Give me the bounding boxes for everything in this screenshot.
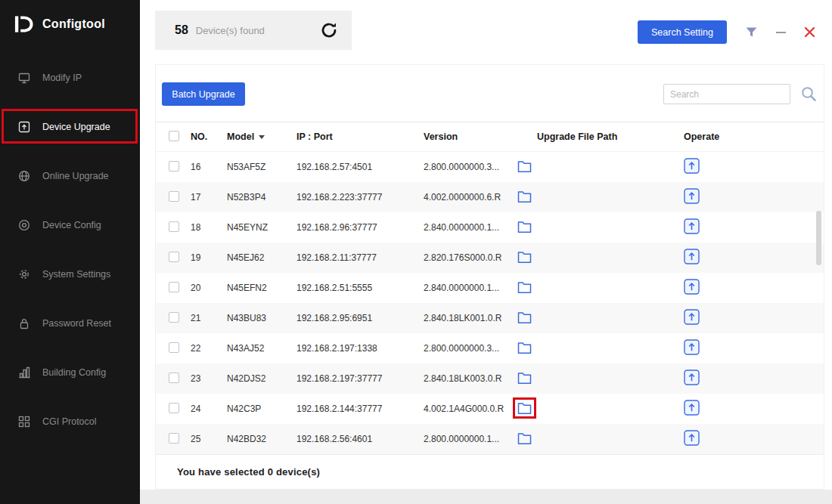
- row-checkbox[interactable]: [169, 342, 179, 353]
- upload-icon: [684, 369, 700, 385]
- row-checkbox[interactable]: [169, 282, 179, 292]
- bottom-strip: [140, 490, 832, 504]
- table-header-row: NO. Model IP : Port Version Upgrade File…: [156, 122, 824, 152]
- sidebar-item-label: Device Config: [42, 220, 101, 230]
- upload-icon: [684, 339, 700, 355]
- search-input[interactable]: [663, 84, 790, 104]
- search-icon: [800, 85, 817, 102]
- table-row: 25 N42BD32 192.168.2.56:4601 2.800.00000…: [156, 424, 824, 454]
- row-checkbox[interactable]: [169, 191, 179, 202]
- sidebar-item-modify-ip[interactable]: Modify IP: [0, 53, 140, 102]
- upgrade-button[interactable]: [684, 309, 700, 325]
- browse-file-button[interactable]: [517, 190, 532, 203]
- device-count-label: Device(s) found: [196, 25, 265, 36]
- upload-icon: [684, 430, 700, 446]
- row-checkbox[interactable]: [169, 403, 179, 413]
- upload-icon: [684, 188, 700, 204]
- sidebar-item-cgi-protocol[interactable]: CGI Protocol: [0, 397, 140, 446]
- upgrade-button[interactable]: [684, 369, 700, 385]
- row-ip-port: 192.168.2.57:4501: [296, 162, 424, 172]
- sidebar-item-label: Online Upgrade: [42, 171, 109, 181]
- row-checkbox[interactable]: [169, 221, 179, 232]
- row-checkbox[interactable]: [169, 161, 179, 172]
- upgrade-button[interactable]: [684, 400, 700, 416]
- row-model: N42C3P: [227, 404, 296, 414]
- row-checkbox[interactable]: [169, 252, 179, 262]
- sidebar-item-building-config[interactable]: Building Config: [0, 348, 140, 397]
- refresh-button[interactable]: [320, 21, 338, 39]
- search-submit-button[interactable]: [800, 85, 817, 102]
- sidebar-item-label: Device Upgrade: [42, 122, 110, 132]
- row-checkbox[interactable]: [169, 433, 179, 444]
- browse-file-button[interactable]: [517, 311, 532, 323]
- upgrade-button[interactable]: [684, 430, 700, 446]
- row-version: 2.840.18LK003.0.R: [424, 373, 513, 384]
- folder-icon: [517, 311, 532, 323]
- sidebar-item-password-reset[interactable]: Password Reset: [0, 298, 140, 348]
- folder-icon: [517, 190, 532, 203]
- browse-file-button[interactable]: [517, 342, 532, 354]
- folder-icon: [517, 281, 532, 293]
- model-sort-dropdown-icon[interactable]: [259, 135, 265, 139]
- upgrade-button[interactable]: [684, 279, 700, 295]
- row-model: N45EJ62: [227, 252, 296, 263]
- table-row: 24 N42C3P 192.168.2.144:37777 4.002.1A4G…: [156, 394, 824, 424]
- sidebar-item-online-upgrade[interactable]: Online Upgrade: [0, 151, 140, 200]
- search-setting-button[interactable]: Search Setting: [638, 20, 727, 44]
- batch-upgrade-button[interactable]: Batch Upgrade: [162, 82, 245, 106]
- target-icon: [18, 219, 30, 231]
- device-count: 58: [175, 23, 188, 37]
- browse-file-button[interactable]: [517, 372, 532, 384]
- sidebar-item-system-settings[interactable]: System Settings: [0, 249, 140, 298]
- sidebar-item-device-config[interactable]: Device Config: [0, 200, 140, 249]
- row-no: 19: [191, 252, 227, 263]
- browse-file-button[interactable]: [517, 402, 532, 414]
- upload-icon: [684, 218, 700, 234]
- upgrade-button[interactable]: [684, 188, 700, 204]
- sidebar: Configtool Modify IP Device Upgrade Onli…: [0, 0, 140, 504]
- device-count-box: 58 Device(s) found: [155, 11, 352, 50]
- row-no: 22: [191, 343, 227, 354]
- row-version: 2.800.0000000.3...: [424, 162, 513, 172]
- upgrade-button[interactable]: [684, 158, 700, 174]
- table-body: 16 N53AF5Z 192.168.2.57:4501 2.800.00000…: [156, 152, 824, 454]
- device-upgrade-icon: [18, 121, 30, 133]
- row-no: 16: [191, 162, 227, 172]
- column-header-operate: Operate: [673, 131, 824, 142]
- folder-icon: [517, 251, 532, 263]
- browse-file-button[interactable]: [517, 251, 532, 263]
- browse-file-button[interactable]: [517, 160, 532, 172]
- upgrade-button[interactable]: [684, 218, 700, 234]
- select-all-checkbox[interactable]: [169, 131, 179, 141]
- selection-summary: You have selected 0 device(s): [156, 454, 824, 489]
- sidebar-item-device-upgrade[interactable]: Device Upgrade: [0, 102, 140, 151]
- upgrade-button[interactable]: [684, 339, 700, 355]
- sidebar-nav: Modify IP Device Upgrade Online Upgrade …: [0, 53, 140, 446]
- filter-button[interactable]: [745, 26, 758, 38]
- brand-logo-icon: [14, 15, 34, 33]
- row-version: 2.840.0000000.1...: [424, 222, 513, 233]
- row-version: 2.840.18LK001.0.R: [424, 313, 513, 323]
- vertical-scrollbar[interactable]: [816, 211, 821, 265]
- row-version: 4.002.1A4G000.0.R: [424, 404, 513, 414]
- gear-icon: [18, 268, 30, 280]
- grid-icon: [18, 416, 30, 428]
- browse-file-button[interactable]: [517, 432, 532, 444]
- column-header-model-label: Model: [227, 131, 254, 142]
- folder-icon: [517, 342, 532, 354]
- row-checkbox[interactable]: [169, 312, 179, 323]
- close-button[interactable]: [804, 26, 815, 38]
- upload-icon: [684, 249, 700, 264]
- sidebar-item-label: CGI Protocol: [42, 416, 97, 427]
- browse-file-button[interactable]: [517, 221, 532, 233]
- upgrade-button[interactable]: [684, 249, 700, 264]
- upload-icon: [684, 279, 700, 295]
- row-model: N42BD32: [227, 434, 296, 444]
- app-logo: Configtool: [0, 0, 140, 44]
- row-no: 17: [191, 192, 227, 203]
- row-ip-port: 192.168.2.197:37777: [296, 373, 424, 384]
- browse-file-button[interactable]: [517, 281, 532, 293]
- minimize-button[interactable]: [776, 32, 786, 33]
- row-checkbox[interactable]: [169, 373, 179, 383]
- folder-icon: [517, 372, 532, 384]
